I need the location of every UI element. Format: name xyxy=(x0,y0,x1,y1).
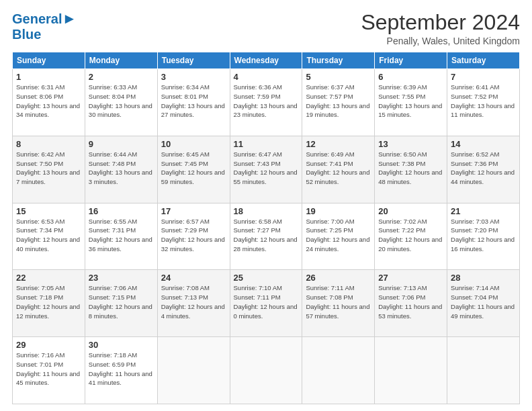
day-info: Sunrise: 6:31 AMSunset: 8:06 PMDaylight:… xyxy=(16,83,81,120)
weekday-header-wednesday: Wednesday xyxy=(230,52,302,69)
calendar-cell: 24Sunrise: 7:08 AMSunset: 7:13 PMDayligh… xyxy=(157,270,230,337)
location: Penally, Wales, United Kingdom xyxy=(361,36,520,46)
day-info: Sunrise: 6:37 AMSunset: 7:57 PMDaylight:… xyxy=(306,83,371,120)
weekday-header-thursday: Thursday xyxy=(302,52,375,69)
day-number: 18 xyxy=(234,206,299,216)
day-info: Sunrise: 6:58 AMSunset: 7:27 PMDaylight:… xyxy=(234,217,299,254)
month-title: September 2024 xyxy=(361,11,520,34)
day-info: Sunrise: 7:02 AMSunset: 7:22 PMDaylight:… xyxy=(378,217,443,254)
day-number: 6 xyxy=(378,72,443,82)
calendar-cell: 29Sunrise: 7:16 AMSunset: 7:01 PMDayligh… xyxy=(13,337,85,404)
calendar-cell: 12Sunrise: 6:49 AMSunset: 7:41 PMDayligh… xyxy=(302,136,375,203)
calendar-cell: 18Sunrise: 6:58 AMSunset: 7:27 PMDayligh… xyxy=(230,203,302,270)
day-number: 9 xyxy=(89,139,154,149)
calendar-cell: 14Sunrise: 6:52 AMSunset: 7:36 PMDayligh… xyxy=(447,136,520,203)
day-info: Sunrise: 7:11 AMSunset: 7:08 PMDaylight:… xyxy=(306,283,371,320)
calendar-cell: 5Sunrise: 6:37 AMSunset: 7:57 PMDaylight… xyxy=(302,69,375,136)
weekday-header-friday: Friday xyxy=(375,52,447,69)
day-info: Sunrise: 6:36 AMSunset: 7:59 PMDaylight:… xyxy=(234,83,299,120)
calendar-cell: 25Sunrise: 7:10 AMSunset: 7:11 PMDayligh… xyxy=(230,270,302,337)
day-info: Sunrise: 6:49 AMSunset: 7:41 PMDaylight:… xyxy=(306,150,371,187)
calendar-cell: 26Sunrise: 7:11 AMSunset: 7:08 PMDayligh… xyxy=(302,270,375,337)
calendar-week-row: 1Sunrise: 6:31 AMSunset: 8:06 PMDaylight… xyxy=(13,69,520,136)
calendar-cell: 3Sunrise: 6:34 AMSunset: 8:01 PMDaylight… xyxy=(157,69,230,136)
calendar-cell: 22Sunrise: 7:05 AMSunset: 7:18 PMDayligh… xyxy=(13,270,85,337)
calendar-cell: 15Sunrise: 6:53 AMSunset: 7:34 PMDayligh… xyxy=(13,203,85,270)
calendar-cell: 8Sunrise: 6:42 AMSunset: 7:50 PMDaylight… xyxy=(13,136,85,203)
day-number: 3 xyxy=(161,72,226,82)
day-number: 19 xyxy=(306,206,371,216)
day-number: 29 xyxy=(16,340,81,350)
calendar-cell xyxy=(230,337,302,404)
calendar-cell: 6Sunrise: 6:39 AMSunset: 7:55 PMDaylight… xyxy=(375,69,447,136)
calendar-cell: 10Sunrise: 6:45 AMSunset: 7:45 PMDayligh… xyxy=(157,136,230,203)
day-info: Sunrise: 6:44 AMSunset: 7:48 PMDaylight:… xyxy=(89,150,154,187)
title-area: September 2024 Penally, Wales, United Ki… xyxy=(361,11,520,46)
calendar-cell: 1Sunrise: 6:31 AMSunset: 8:06 PMDaylight… xyxy=(13,69,85,136)
day-info: Sunrise: 6:42 AMSunset: 7:50 PMDaylight:… xyxy=(16,150,81,187)
day-info: Sunrise: 7:13 AMSunset: 7:06 PMDaylight:… xyxy=(378,283,443,320)
weekday-header-saturday: Saturday xyxy=(447,52,520,69)
day-info: Sunrise: 6:47 AMSunset: 7:43 PMDaylight:… xyxy=(234,150,299,187)
day-info: Sunrise: 6:52 AMSunset: 7:36 PMDaylight:… xyxy=(451,150,516,187)
day-number: 11 xyxy=(234,139,299,149)
day-number: 7 xyxy=(451,72,516,82)
calendar-cell: 17Sunrise: 6:57 AMSunset: 7:29 PMDayligh… xyxy=(157,203,230,270)
calendar-cell: 20Sunrise: 7:02 AMSunset: 7:22 PMDayligh… xyxy=(375,203,447,270)
day-number: 16 xyxy=(89,206,154,216)
day-number: 26 xyxy=(306,273,371,283)
day-number: 22 xyxy=(16,273,81,283)
day-info: Sunrise: 7:06 AMSunset: 7:15 PMDaylight:… xyxy=(89,283,154,320)
day-number: 8 xyxy=(16,139,81,149)
day-info: Sunrise: 6:45 AMSunset: 7:45 PMDaylight:… xyxy=(161,150,226,187)
day-number: 15 xyxy=(16,206,81,216)
day-number: 4 xyxy=(234,72,299,82)
day-info: Sunrise: 6:34 AMSunset: 8:01 PMDaylight:… xyxy=(161,83,226,120)
calendar-cell: 7Sunrise: 6:41 AMSunset: 7:52 PMDaylight… xyxy=(447,69,520,136)
day-info: Sunrise: 6:41 AMSunset: 7:52 PMDaylight:… xyxy=(451,83,516,120)
day-info: Sunrise: 6:50 AMSunset: 7:38 PMDaylight:… xyxy=(378,150,443,187)
day-info: Sunrise: 7:10 AMSunset: 7:11 PMDaylight:… xyxy=(234,283,299,320)
day-info: Sunrise: 6:33 AMSunset: 8:04 PMDaylight:… xyxy=(89,83,154,120)
calendar-header-row: SundayMondayTuesdayWednesdayThursdayFrid… xyxy=(13,52,520,69)
day-number: 27 xyxy=(378,273,443,283)
weekday-header-sunday: Sunday xyxy=(13,52,85,69)
weekday-header-monday: Monday xyxy=(85,52,157,69)
calendar-cell: 19Sunrise: 7:00 AMSunset: 7:25 PMDayligh… xyxy=(302,203,375,270)
calendar-cell: 4Sunrise: 6:36 AMSunset: 7:59 PMDaylight… xyxy=(230,69,302,136)
calendar-cell: 21Sunrise: 7:03 AMSunset: 7:20 PMDayligh… xyxy=(447,203,520,270)
day-number: 28 xyxy=(451,273,516,283)
day-number: 23 xyxy=(89,273,154,283)
day-number: 17 xyxy=(161,206,226,216)
day-info: Sunrise: 7:14 AMSunset: 7:04 PMDaylight:… xyxy=(451,283,516,320)
calendar-cell: 30Sunrise: 7:18 AMSunset: 6:59 PMDayligh… xyxy=(85,337,157,404)
calendar-cell: 9Sunrise: 6:44 AMSunset: 7:48 PMDaylight… xyxy=(85,136,157,203)
day-info: Sunrise: 6:55 AMSunset: 7:31 PMDaylight:… xyxy=(89,217,154,254)
calendar-cell xyxy=(375,337,447,404)
calendar-cell: 16Sunrise: 6:55 AMSunset: 7:31 PMDayligh… xyxy=(85,203,157,270)
logo-text: General► xyxy=(12,11,77,27)
day-number: 25 xyxy=(234,273,299,283)
day-info: Sunrise: 6:53 AMSunset: 7:34 PMDaylight:… xyxy=(16,217,81,254)
day-number: 24 xyxy=(161,273,226,283)
day-number: 1 xyxy=(16,72,81,82)
calendar-cell xyxy=(302,337,375,404)
calendar-week-row: 8Sunrise: 6:42 AMSunset: 7:50 PMDaylight… xyxy=(13,136,520,203)
day-number: 10 xyxy=(161,139,226,149)
logo-subtext: Blue xyxy=(12,27,41,42)
day-info: Sunrise: 6:39 AMSunset: 7:55 PMDaylight:… xyxy=(378,83,443,120)
calendar-week-row: 22Sunrise: 7:05 AMSunset: 7:18 PMDayligh… xyxy=(13,270,520,337)
calendar-cell: 27Sunrise: 7:13 AMSunset: 7:06 PMDayligh… xyxy=(375,270,447,337)
day-number: 20 xyxy=(378,206,443,216)
calendar-table: SundayMondayTuesdayWednesdayThursdayFrid… xyxy=(12,52,520,404)
day-number: 14 xyxy=(451,139,516,149)
day-number: 12 xyxy=(306,139,371,149)
calendar-cell: 11Sunrise: 6:47 AMSunset: 7:43 PMDayligh… xyxy=(230,136,302,203)
day-number: 13 xyxy=(378,139,443,149)
day-info: Sunrise: 7:18 AMSunset: 6:59 PMDaylight:… xyxy=(89,351,154,387)
logo: General► Blue xyxy=(12,11,77,42)
page: General► Blue September 2024 Penally, Wa… xyxy=(0,0,532,411)
calendar-cell: 2Sunrise: 6:33 AMSunset: 8:04 PMDaylight… xyxy=(85,69,157,136)
calendar-week-row: 15Sunrise: 6:53 AMSunset: 7:34 PMDayligh… xyxy=(13,203,520,270)
day-number: 21 xyxy=(451,206,516,216)
